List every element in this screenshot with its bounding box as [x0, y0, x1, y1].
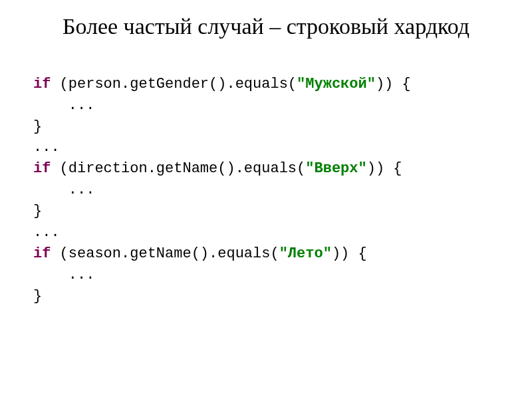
code-text: )) { — [332, 245, 367, 262]
keyword-if-2: if — [33, 160, 51, 177]
keyword-if-1: if — [33, 76, 51, 92]
code-text: ... — [33, 97, 94, 114]
string-literal-1: "Мужской" — [297, 76, 376, 92]
slide-title: Более частый случай – строковый хардкод — [33, 13, 499, 41]
keyword-if-3: if — [33, 245, 51, 262]
code-block: if (person.getGender().equals("Мужской")… — [33, 74, 499, 307]
code-text: )) { — [376, 76, 411, 92]
string-literal-3: "Лето" — [279, 245, 332, 262]
code-text: (direction.getName().equals( — [51, 160, 305, 177]
code-text: ... — [33, 267, 94, 283]
code-text: ... — [33, 224, 60, 241]
code-text: )) { — [367, 160, 402, 177]
code-text: ... — [33, 139, 60, 156]
code-text: } — [33, 203, 42, 219]
code-text: (season.getName().equals( — [51, 245, 279, 262]
string-literal-2: "Вверх" — [305, 160, 366, 177]
code-text: } — [33, 288, 42, 305]
code-text: (person.getGender().equals( — [51, 76, 297, 92]
code-text: } — [33, 118, 42, 135]
code-text: ... — [33, 182, 94, 198]
